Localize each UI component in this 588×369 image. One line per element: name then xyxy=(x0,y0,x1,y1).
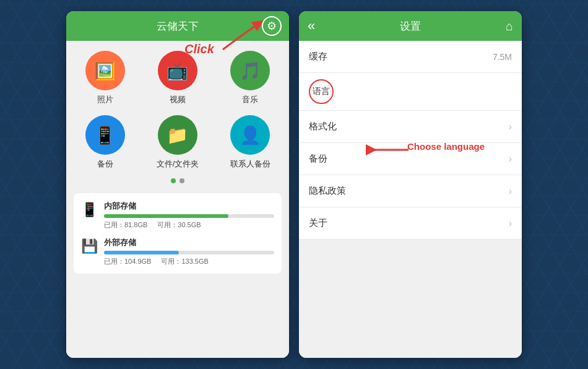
internal-used: 已用：81.8GB xyxy=(104,220,147,230)
internal-storage-icon: 📱 xyxy=(81,202,98,218)
format-label: 格式化 xyxy=(309,121,337,132)
app-body: 🖼️ 照片 📺 视频 🎵 音乐 📱 备份 📁 文件/文件夹 xyxy=(66,41,289,358)
settings-panel: « 设置 ⌂ 缓存 7.5M 语言 格式化 xyxy=(299,11,522,358)
page-dots xyxy=(74,178,282,183)
cache-label: 缓存 xyxy=(309,51,327,63)
about-label: 关于 xyxy=(309,217,327,229)
settings-list: 缓存 7.5M 语言 格式化 › 备份 › xyxy=(299,41,522,240)
external-bar-bg xyxy=(104,251,274,254)
privacy-label: 隐私政策 xyxy=(309,185,346,197)
external-storage-meta: 已用：104.9GB 可用：133.5GB xyxy=(104,257,274,266)
contacts-item[interactable]: 👤 联系人备份 xyxy=(219,115,282,170)
settings-body: 缓存 7.5M 语言 格式化 › 备份 › xyxy=(299,41,522,358)
dot-2 xyxy=(179,178,184,183)
external-storage: 💾 外部存储 已用：104.9GB 可用：133.5GB xyxy=(81,237,274,266)
backup-chevron: › xyxy=(509,154,512,165)
contacts-icon: 👤 xyxy=(230,115,270,155)
privacy-item[interactable]: 隐私政策 › xyxy=(299,175,522,207)
contacts-label: 联系人备份 xyxy=(230,158,270,170)
language-label: 语言 xyxy=(313,86,330,97)
internal-storage: 📱 内部存储 已用：81.8GB 可用：30.5GB xyxy=(81,201,274,230)
external-storage-info: 外部存储 已用：104.9GB 可用：133.5GB xyxy=(104,237,274,266)
backup-item[interactable]: 📱 备份 xyxy=(74,115,136,170)
about-chevron: › xyxy=(509,218,512,229)
photos-label: 照片 xyxy=(97,94,113,105)
music-icon: 🎵 xyxy=(230,51,270,90)
video-item[interactable]: 📺 视频 xyxy=(146,51,209,105)
photos-icon: 🖼️ xyxy=(85,51,125,90)
files-item[interactable]: 📁 文件/文件夹 xyxy=(146,115,209,170)
internal-storage-title: 内部存储 xyxy=(104,201,274,212)
backup-label: 备份 xyxy=(97,158,113,170)
left-phone: 云储天下 ⚙ 🖼️ 照片 📺 视频 🎵 音乐 📱 备份 xyxy=(66,11,289,358)
dot-1 xyxy=(171,178,176,183)
settings-header: « 设置 ⌂ xyxy=(299,11,522,41)
files-icon: 📁 xyxy=(158,115,197,155)
files-label: 文件/文件夹 xyxy=(157,158,199,170)
internal-bar-fill xyxy=(104,214,228,218)
internal-storage-meta: 已用：81.8GB 可用：30.5GB xyxy=(104,220,274,230)
photos-item[interactable]: 🖼️ 照片 xyxy=(74,51,136,105)
app-header: 云储天下 ⚙ xyxy=(66,11,289,41)
storage-section: 📱 内部存储 已用：81.8GB 可用：30.5GB 💾 xyxy=(74,193,282,274)
gear-button[interactable]: ⚙ xyxy=(262,16,282,36)
back-button[interactable]: « xyxy=(308,18,315,34)
settings-backup-item[interactable]: 备份 › xyxy=(299,143,522,175)
settings-backup-label: 备份 xyxy=(309,153,327,165)
internal-available: 可用：30.5GB xyxy=(157,220,201,230)
external-storage-icon: 💾 xyxy=(81,238,98,254)
app-title: 云储天下 xyxy=(157,19,199,33)
cache-item[interactable]: 缓存 7.5M xyxy=(299,41,522,73)
video-icon: 📺 xyxy=(158,51,197,90)
music-label: 音乐 xyxy=(242,94,258,105)
video-label: 视频 xyxy=(170,94,186,105)
format-chevron: › xyxy=(509,121,512,132)
home-button[interactable]: ⌂ xyxy=(506,19,513,33)
backup-icon: 📱 xyxy=(85,115,125,155)
main-container: 云储天下 ⚙ 🖼️ 照片 📺 视频 🎵 音乐 📱 备份 xyxy=(66,11,522,358)
language-item[interactable]: 语言 xyxy=(299,73,522,111)
settings-title: 设置 xyxy=(400,19,421,33)
music-item[interactable]: 🎵 音乐 xyxy=(219,51,282,105)
about-item[interactable]: 关于 › xyxy=(299,207,522,240)
external-used: 已用：104.9GB xyxy=(104,257,151,266)
privacy-chevron: › xyxy=(509,186,512,197)
format-item[interactable]: 格式化 › xyxy=(299,111,522,143)
external-bar-fill xyxy=(104,251,179,254)
external-available: 可用：133.5GB xyxy=(161,257,208,266)
icon-grid: 🖼️ 照片 📺 视频 🎵 音乐 📱 备份 📁 文件/文件夹 xyxy=(74,51,282,170)
cache-value: 7.5M xyxy=(493,52,512,62)
internal-bar-bg xyxy=(104,214,274,218)
external-storage-title: 外部存储 xyxy=(104,237,274,248)
internal-storage-info: 内部存储 已用：81.8GB 可用：30.5GB xyxy=(104,201,274,230)
language-circle: 语言 xyxy=(309,79,334,104)
